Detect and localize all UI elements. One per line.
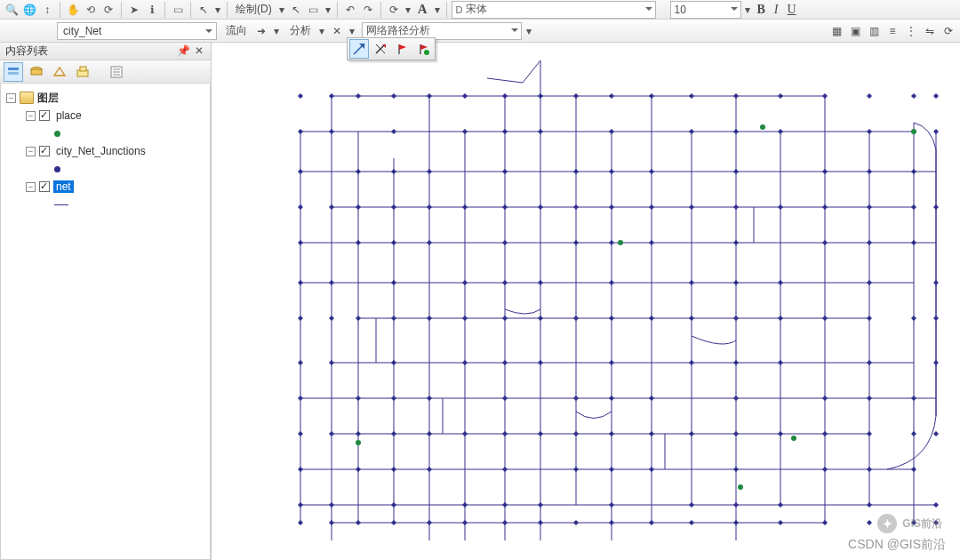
identify-icon[interactable]: ℹ [144, 2, 160, 18]
collapse-icon[interactable]: − [26, 147, 36, 156]
dropdown-icon[interactable]: ▾ [277, 2, 286, 18]
flip-icon[interactable]: ⇋ [922, 23, 938, 39]
shape-rect-icon[interactable]: ▭ [306, 2, 322, 18]
rotate-icon[interactable]: ⟳ [386, 2, 402, 18]
flowdir-icon[interactable]: ➜ [253, 23, 269, 39]
toc-view-toolbar [0, 60, 211, 84]
network-layer-value: city_Net [63, 25, 101, 37]
font-placeholder: 宋体 [466, 2, 487, 17]
flow-label[interactable]: 流向 [222, 23, 251, 38]
pointer-icon[interactable]: ↖ [288, 2, 304, 18]
group-icon[interactable]: ▣ [847, 23, 863, 39]
dropdown-icon[interactable]: ▾ [743, 2, 752, 18]
zoomout-icon[interactable]: 🔍 [4, 2, 20, 18]
rotate-icon[interactable]: ⟳ [940, 23, 956, 39]
select-icon[interactable]: ▭ [170, 2, 186, 18]
dropdown-icon[interactable]: ▾ [524, 23, 533, 39]
undo-icon[interactable]: ↶ [342, 2, 358, 18]
dataframe-icon [20, 92, 34, 104]
dropdown-icon[interactable]: ▾ [213, 2, 222, 18]
watermark-csdn: CSDN @GIS前沿 [848, 537, 946, 553]
floating-tool-palette[interactable] [347, 37, 436, 60]
svg-marker-131 [538, 93, 543, 99]
green-flag-tool[interactable] [413, 39, 433, 59]
svg-marker-133 [538, 204, 543, 210]
dropdown-icon[interactable]: ▾ [433, 2, 442, 18]
list-by-source-icon[interactable] [27, 62, 46, 82]
network-layer-combo[interactable]: city_Net [57, 22, 217, 40]
prev-extent-icon[interactable]: ⟲ [83, 2, 99, 18]
svg-marker-97 [391, 467, 396, 472]
fontsize-combo[interactable]: 10 [670, 1, 741, 19]
trace-tool-icon[interactable]: ✕ [329, 23, 345, 39]
layer-checkbox[interactable] [39, 110, 50, 121]
list-by-drawing-order-icon[interactable] [4, 62, 23, 82]
toolbar-sep [380, 2, 381, 18]
options-icon[interactable] [107, 62, 126, 82]
distribute-v-icon[interactable]: ⋮ [903, 23, 919, 39]
svg-marker-75 [329, 431, 334, 436]
layer-place[interactable]: place [53, 109, 84, 122]
svg-marker-185 [733, 280, 739, 285]
red-flag-tool[interactable] [392, 39, 412, 59]
svg-marker-74 [329, 360, 334, 365]
svg-marker-80 [356, 204, 361, 210]
svg-marker-130 [502, 520, 508, 525]
close-icon[interactable]: ✕ [193, 44, 205, 57]
bold-button[interactable]: B [754, 3, 769, 17]
svg-marker-178 [689, 502, 694, 508]
svg-point-242 [618, 240, 623, 245]
ungroup-icon[interactable]: ▥ [866, 23, 882, 39]
collapse-icon[interactable]: − [26, 182, 36, 192]
list-by-selection-icon[interactable] [73, 62, 92, 82]
svg-marker-175 [689, 316, 694, 321]
map-viewport[interactable] [212, 43, 960, 560]
next-extent-icon[interactable]: ⟳ [100, 2, 116, 18]
list-by-visibility-icon[interactable] [50, 62, 69, 82]
dropdown-icon[interactable]: ▾ [317, 23, 326, 39]
toc-tree[interactable]: − 图层 − place − city_Net_Junctions − [0, 84, 211, 560]
pan-icon[interactable]: ✋ [65, 2, 81, 18]
root-layer-label[interactable]: 图层 [37, 91, 59, 106]
svg-marker-73 [329, 316, 334, 321]
svg-marker-88 [391, 129, 396, 134]
collapse-icon[interactable]: − [26, 111, 36, 121]
svg-marker-151 [609, 169, 614, 174]
svg-marker-158 [609, 431, 614, 436]
dropdown-icon[interactable]: ▾ [272, 23, 281, 39]
align-icon[interactable]: ▦ [828, 23, 844, 39]
underline-button[interactable]: U [784, 3, 800, 17]
font-combo[interactable]: D 宋体 [452, 1, 656, 19]
svg-marker-103 [427, 240, 432, 245]
redo-icon[interactable]: ↷ [360, 2, 376, 18]
svg-marker-128 [502, 467, 508, 472]
select-cursor-icon[interactable]: ➤ [126, 2, 142, 18]
fixed-zoomin-icon[interactable]: ↕ [39, 2, 55, 18]
draw-label[interactable]: 绘制(D) [232, 2, 276, 17]
svg-marker-179 [689, 520, 694, 525]
text-tool-icon[interactable]: A [414, 2, 431, 17]
layer-checkbox[interactable] [39, 181, 50, 192]
dropdown-icon[interactable]: ▾ [404, 2, 412, 18]
network-flag-tool[interactable] [349, 39, 369, 59]
dropdown-icon[interactable]: ▾ [324, 2, 332, 18]
italic-button[interactable]: I [771, 3, 782, 17]
svg-marker-205 [822, 240, 828, 245]
svg-marker-230 [911, 431, 916, 436]
fullextent-icon[interactable]: 🌐 [21, 2, 37, 18]
collapse-icon[interactable]: − [6, 93, 16, 103]
layer-net[interactable]: net [53, 180, 74, 193]
distribute-icon[interactable]: ≡ [884, 23, 900, 39]
layer-junctions[interactable]: city_Net_Junctions [53, 145, 148, 157]
dropdown-icon[interactable]: ▾ [348, 23, 356, 39]
pin-icon[interactable]: 📌 [177, 44, 189, 57]
svg-marker-216 [867, 280, 872, 285]
layer-checkbox[interactable] [39, 146, 50, 156]
svg-marker-86 [356, 520, 361, 525]
svg-marker-120 [502, 169, 508, 174]
analysis-label[interactable]: 分析 [286, 23, 315, 38]
svg-marker-65 [298, 431, 303, 436]
svg-marker-161 [609, 520, 614, 525]
remove-flag-tool[interactable] [371, 39, 390, 59]
pointer-icon[interactable]: ↖ [196, 2, 212, 18]
